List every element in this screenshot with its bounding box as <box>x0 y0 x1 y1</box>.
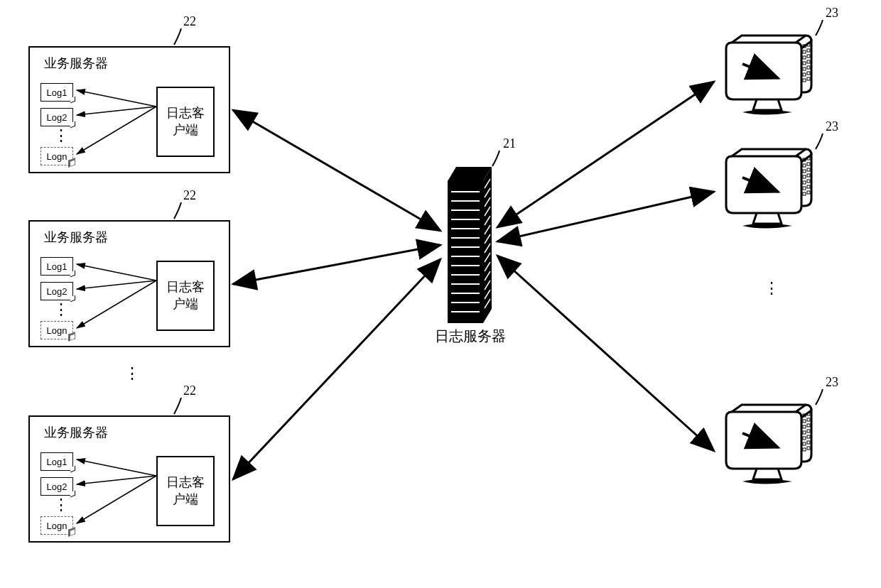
svg-rect-84 <box>803 442 806 445</box>
svg-rect-85 <box>807 441 810 444</box>
svg-rect-48 <box>803 50 806 53</box>
log-file-n: Logn <box>40 321 73 339</box>
ref-23b: 23 <box>826 119 838 134</box>
log-file-label: Log2 <box>47 112 67 123</box>
svg-line-41 <box>233 245 440 284</box>
svg-rect-66 <box>803 175 806 178</box>
log-file-label: Log1 <box>47 87 67 98</box>
ref-21: 21 <box>503 136 516 151</box>
terminal-1 <box>718 25 824 134</box>
svg-rect-82 <box>803 437 806 440</box>
log-file-2: Log2 <box>40 282 73 300</box>
svg-rect-50 <box>803 56 806 59</box>
svg-line-26 <box>485 179 490 188</box>
ref-23c: 23 <box>826 375 838 390</box>
svg-rect-62 <box>803 164 806 167</box>
svg-rect-71 <box>807 185 810 188</box>
svg-rect-78 <box>803 425 806 428</box>
svg-rect-64 <box>803 170 806 173</box>
svg-line-38 <box>485 290 490 299</box>
svg-rect-72 <box>803 192 806 195</box>
central-server-label: 日志服务器 <box>435 327 506 346</box>
svg-line-35 <box>485 262 490 271</box>
business-server-box-2: 业务服务器 日志客 户端 Log1 Log2 Logn ⋮ <box>28 220 230 347</box>
svg-line-36 <box>485 271 490 281</box>
log-client-box: 日志客 户端 <box>156 87 215 157</box>
vertical-dots: ⋮ <box>53 501 69 508</box>
ref-22c: 22 <box>183 383 196 398</box>
log-file-label: Log2 <box>47 481 67 492</box>
business-server-box-1: 业务服务器 日志客 户端 Log1 Log2 Logn ⋮ <box>28 46 230 173</box>
vertical-dots: ⋮ <box>53 305 69 313</box>
log-client-label: 日志客 户端 <box>166 279 205 312</box>
log-file-label: Log1 <box>47 261 67 272</box>
svg-line-28 <box>485 197 490 207</box>
svg-rect-52 <box>803 62 806 65</box>
svg-rect-69 <box>807 180 810 183</box>
log-client-box: 日志客 户端 <box>156 261 215 331</box>
svg-rect-58 <box>803 79 806 82</box>
svg-rect-76 <box>803 420 806 423</box>
svg-line-43 <box>497 82 714 227</box>
svg-line-33 <box>485 244 490 253</box>
svg-rect-59 <box>807 77 810 80</box>
log-client-box: 日志客 户端 <box>156 456 215 526</box>
svg-rect-55 <box>807 66 810 69</box>
log-file-1: Log1 <box>40 83 73 102</box>
log-file-label: Logn <box>47 151 67 162</box>
svg-rect-68 <box>803 181 806 184</box>
log-file-2: Log2 <box>40 477 73 496</box>
svg-rect-70 <box>803 187 806 190</box>
vertical-dots: ⋮ <box>764 284 779 292</box>
svg-rect-65 <box>807 168 810 171</box>
svg-rect-56 <box>803 73 806 76</box>
svg-line-42 <box>233 259 440 479</box>
log-file-2: Log2 <box>40 108 73 126</box>
business-server-box-3: 业务服务器 日志客 户端 Log1 Log2 Logn ⋮ <box>28 415 230 543</box>
svg-rect-63 <box>807 163 810 165</box>
svg-line-37 <box>485 281 490 290</box>
svg-marker-9 <box>448 167 492 181</box>
svg-line-32 <box>485 234 490 244</box>
svg-line-30 <box>485 216 490 225</box>
svg-rect-54 <box>803 67 806 70</box>
svg-rect-10 <box>448 181 483 323</box>
svg-line-44 <box>497 192 714 241</box>
svg-rect-67 <box>807 174 810 177</box>
business-server-title: 业务服务器 <box>44 55 108 72</box>
svg-line-29 <box>485 207 490 216</box>
svg-rect-49 <box>807 49 810 52</box>
svg-line-45 <box>497 256 714 451</box>
terminal-2 <box>718 138 824 248</box>
svg-line-34 <box>485 253 490 262</box>
svg-line-40 <box>233 110 440 231</box>
svg-rect-77 <box>807 418 810 421</box>
svg-rect-81 <box>807 430 810 432</box>
vertical-dots: ⋮ <box>53 131 69 139</box>
business-server-title: 业务服务器 <box>44 229 108 246</box>
svg-line-39 <box>485 299 490 308</box>
log-file-1: Log1 <box>40 452 73 471</box>
svg-rect-87 <box>807 447 810 450</box>
vertical-dots: ⋮ <box>124 369 140 377</box>
svg-rect-57 <box>807 72 810 75</box>
log-file-label: Log2 <box>47 286 67 297</box>
svg-rect-51 <box>807 55 810 58</box>
ref-22a: 22 <box>183 14 196 29</box>
svg-rect-83 <box>807 435 810 438</box>
log-client-label: 日志客 户端 <box>166 474 205 508</box>
svg-rect-80 <box>803 431 806 434</box>
log-file-label: Logn <box>47 325 67 336</box>
log-file-n: Logn <box>40 516 73 535</box>
log-file-1: Log1 <box>40 257 73 276</box>
log-file-label: Logn <box>47 521 67 531</box>
terminal-3 <box>718 394 824 503</box>
log-client-label: 日志客 户端 <box>166 105 205 138</box>
log-file-n: Logn <box>40 147 73 165</box>
svg-line-27 <box>485 188 490 197</box>
svg-rect-86 <box>803 448 806 451</box>
svg-rect-73 <box>807 191 810 194</box>
business-server-title: 业务服务器 <box>44 424 108 441</box>
svg-rect-53 <box>807 60 810 63</box>
svg-rect-79 <box>807 424 810 427</box>
